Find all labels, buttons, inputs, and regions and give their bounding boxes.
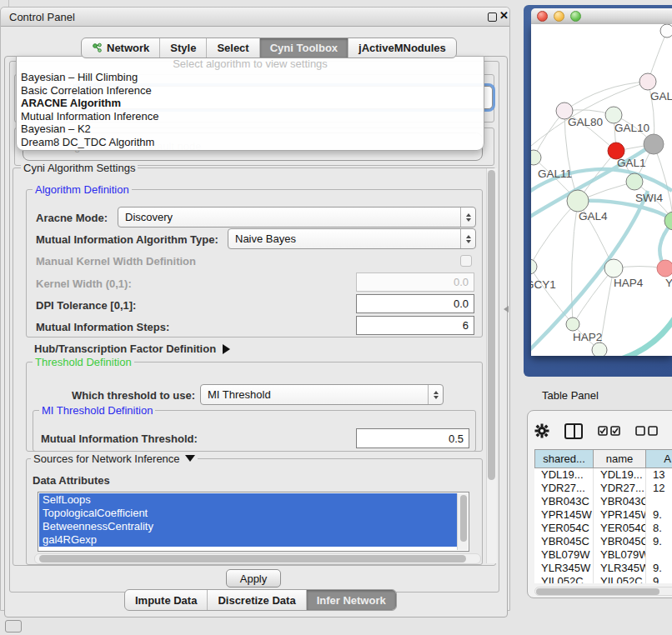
list-item[interactable]: TopologicalCoefficient [39, 507, 457, 520]
dpi-tolerance-input[interactable]: 0.0 [356, 294, 474, 313]
dropdown-item-selected[interactable]: ARACNE Algorithm [17, 97, 484, 110]
list-hscrollbar-thumb[interactable] [39, 555, 466, 562]
stepper-icon [460, 208, 475, 227]
mi-steps-input[interactable]: 6 [356, 316, 474, 335]
table-panel-region: Table Panel [510, 377, 672, 635]
tab-network[interactable]: Network [82, 38, 160, 58]
deselect-all-checks-icon[interactable] [635, 426, 658, 436]
network-icon [92, 42, 103, 53]
mi-threshold-input[interactable]: 0.5 [356, 428, 469, 448]
dropdown-item[interactable]: Bayesian – Hill Climbing [17, 71, 484, 84]
column-manager-icon[interactable] [564, 423, 583, 439]
close-icon[interactable]: ✕ [499, 9, 509, 22]
mi-threshold-group-title: MI Threshold Definition [39, 404, 155, 417]
network-nodes [531, 24, 672, 356]
table-row[interactable]: YPR145WYPR145W9. [534, 508, 672, 522]
data-attributes-label: Data Attributes [33, 474, 110, 487]
node-table: shared... name A YDL19...YDL19...13 YDR2… [534, 449, 672, 583]
table-row[interactable]: YDR27...YDR27...12 [534, 482, 672, 495]
network-graph: GAL80 GAL10 GAL1 GAL11 SWI4 GAL4 GCY1 HA… [531, 24, 672, 356]
table-row[interactable]: YDL19...YDL19...13 [534, 468, 672, 482]
node-gray[interactable] [644, 134, 664, 154]
node-hap4[interactable] [604, 259, 623, 278]
mi-type-combobox[interactable]: Naive Bayes [228, 228, 476, 249]
node-hap2[interactable] [566, 318, 579, 331]
network-view-window: GAL80 GAL10 GAL1 GAL11 SWI4 GAL4 GCY1 HA… [524, 5, 672, 377]
node-bottom[interactable] [592, 342, 607, 356]
select-all-checks-icon[interactable] [598, 426, 620, 436]
dropdown-item[interactable]: Mutual Information Inference [17, 110, 484, 123]
tab-discretize-data[interactable]: Discretize Data [208, 590, 306, 610]
list-item[interactable]: BetweennessCentrality [39, 520, 457, 533]
aracne-mode-combobox[interactable]: Discovery [118, 207, 476, 228]
node-gcy1[interactable] [531, 259, 537, 274]
node-top-partial[interactable] [660, 24, 672, 38]
mi-type-value: Naive Bayes [228, 232, 460, 245]
control-panel-titlebar[interactable]: Control Panel ✕ [1, 8, 509, 27]
node-label: HAP4 [614, 277, 644, 289]
node-label: GAL80 [568, 116, 603, 128]
dropdown-item[interactable]: Bayesian – K2 [17, 122, 484, 136]
tab-jactivemnodules[interactable]: jActiveMNodules [349, 38, 456, 58]
column-header-name[interactable]: name [594, 449, 646, 468]
manual-kernel-checkbox[interactable] [460, 255, 472, 267]
settings-scrollbar-thumb[interactable] [488, 170, 495, 480]
sources-group-title[interactable]: Sources for Network Inference [31, 452, 198, 465]
node-label: GAL [650, 90, 672, 102]
node-salmon[interactable] [657, 260, 672, 277]
dropdown-item[interactable]: Dream8 DC_TDC Algorithm [17, 136, 484, 149]
table-row[interactable]: YLR345WYLR345W9. [534, 562, 672, 575]
table-panel-title: Table Panel [542, 389, 599, 402]
panel-splitter-arrow[interactable] [504, 306, 509, 312]
list-item[interactable]: gal4RGexp [39, 533, 457, 547]
aracne-mode-value: Discovery [118, 211, 460, 223]
minimize-traffic-light[interactable] [554, 11, 564, 22]
table-row[interactable]: YIL052CYIL052C9. [534, 575, 672, 583]
table-row[interactable]: YER054CYER054C8. [534, 522, 672, 535]
table-header-row: shared... name A [534, 449, 672, 468]
cyni-bottom-tabs: Impute Data Discretize Data Infer Networ… [124, 589, 397, 611]
data-attributes-list: SelfLoops TopologicalCoefficient Between… [38, 492, 469, 552]
network-window-titlebar[interactable] [531, 8, 672, 25]
zoom-traffic-light[interactable] [570, 11, 581, 22]
hub-definition-label: Hub/Transcription Factor Definition [34, 342, 216, 355]
network-corner-edge [621, 316, 672, 356]
minimized-panel-icon[interactable] [5, 620, 22, 632]
node-gal4[interactable] [567, 190, 589, 212]
table-row[interactable]: YBR043CYBR043C [534, 495, 672, 508]
hub-definition-toggle[interactable]: Hub/Transcription Factor Definition [34, 341, 230, 356]
node-pink-top[interactable] [639, 73, 656, 90]
float-window-icon[interactable] [488, 12, 497, 22]
network-canvas[interactable]: GAL80 GAL10 GAL1 GAL11 SWI4 GAL4 GCY1 HA… [531, 24, 672, 356]
control-panel-tabs: Network Style Select Cyni Toolbox jActiv… [81, 38, 457, 58]
node-swi4[interactable] [626, 173, 643, 190]
kernel-width-input[interactable]: 0.0 [356, 272, 474, 292]
which-threshold-label: Which threshold to use: [72, 389, 195, 402]
tab-style[interactable]: Style [160, 38, 207, 58]
expand-right-icon [223, 344, 230, 354]
list-item[interactable]: SelfLoops [39, 493, 457, 507]
list-scrollbar-thumb[interactable] [460, 495, 467, 542]
tab-select[interactable]: Select [207, 38, 259, 58]
stepper-icon [460, 229, 475, 248]
which-threshold-combobox[interactable]: MI Threshold [200, 384, 444, 405]
control-panel-title: Control Panel [9, 11, 75, 23]
stepper-icon [428, 385, 443, 404]
column-header-shared[interactable]: shared... [534, 449, 594, 468]
node-gal10[interactable] [605, 107, 622, 123]
dropdown-item[interactable]: Basic Correlation Inference [17, 84, 484, 98]
table-row[interactable]: YBL079WYBL079W [534, 548, 672, 562]
tab-infer-network[interactable]: Infer Network [307, 590, 396, 610]
node-label: HAP2 [573, 331, 602, 343]
table-row[interactable]: YBR045CYBR045C9. [534, 535, 672, 548]
node-label: SWI4 [635, 192, 663, 204]
gear-icon[interactable] [534, 423, 549, 438]
close-traffic-light[interactable] [537, 11, 548, 22]
table-hscrollbar-thumb[interactable] [536, 588, 659, 595]
apply-button[interactable]: Apply [226, 569, 281, 588]
node-label: Y [665, 277, 672, 289]
tab-impute-data[interactable]: Impute Data [125, 590, 208, 610]
network-node-labels: GAL80 GAL10 GAL1 GAL11 SWI4 GAL4 GCY1 HA… [531, 90, 672, 343]
column-header-partial[interactable]: A [646, 449, 672, 468]
tab-cyni-toolbox[interactable]: Cyni Toolbox [260, 38, 349, 58]
